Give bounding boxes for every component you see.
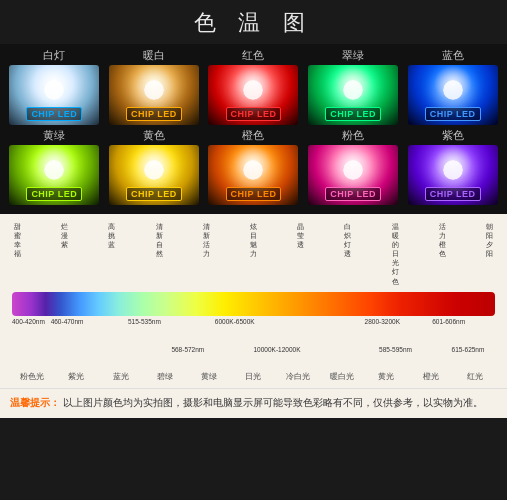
- led-image-red: CHIP LED: [208, 65, 298, 125]
- led-image-warm: CHIP LED: [109, 65, 199, 125]
- led-image-yg: CHIP LED: [9, 145, 99, 205]
- led-image-orange: CHIP LED: [208, 145, 298, 205]
- led-image-yellow: CHIP LED: [109, 145, 199, 205]
- led-image-pink: CHIP LED: [308, 145, 398, 205]
- led-label-warm: 暖白: [143, 48, 165, 63]
- led-cell-pink: 粉色 CHIP LED: [305, 128, 402, 205]
- nm-label-568: 568-572nm: [171, 346, 204, 353]
- led-grid: 白灯 CHIP LED 暖白 CHIP LED 红色 CHIP LED 翠绿: [0, 44, 507, 214]
- bottom-label-warm-white: 暖白光: [320, 371, 364, 382]
- nm-label-400: 400-420nm: [12, 318, 45, 325]
- temp-bar-gradient: [12, 292, 495, 316]
- bottom-label-blue: 蓝光: [99, 371, 143, 382]
- chip-badge-pink: CHIP LED: [325, 187, 381, 201]
- warning-text: 以上图片颜色均为实拍图，摄影和电脑显示屏可能导致色彩略有不同，仅供参考，以实物为…: [63, 397, 483, 408]
- bottom-label-pink-light: 粉色光: [10, 371, 54, 382]
- led-image-green: CHIP LED: [308, 65, 398, 125]
- led-row-2: 黄绿 CHIP LED 黄色 CHIP LED 橙色 CHIP LED 粉色: [6, 128, 501, 205]
- bottom-label-daylight: 日光: [231, 371, 275, 382]
- chart-bottom-labels: 粉色光 紫光 蓝光 碧绿 黄绿 日光 冷白光 暖白光 黄光 橙光 红光: [8, 368, 499, 384]
- led-cell-yellow: 黄色 CHIP LED: [106, 128, 203, 205]
- led-label-blue: 蓝色: [442, 48, 464, 63]
- nm-labels-row1: 400-420nm 460-470nm 515-535nm 6000K-6500…: [12, 318, 495, 346]
- led-label-green: 翠绿: [342, 48, 364, 63]
- chart-toplabel-3: 高挑蓝: [108, 222, 115, 286]
- nm-label-515: 515-535nm: [128, 318, 161, 325]
- chart-toplabel-1: 甜蜜幸福: [14, 222, 21, 286]
- chip-badge-green: CHIP LED: [325, 107, 381, 121]
- chart-toplabel-5: 清新活力: [203, 222, 210, 286]
- title-section: 色 温 图: [0, 0, 507, 44]
- nm-label-585: 585-595nm: [379, 346, 412, 353]
- led-cell-red: 红色 CHIP LED: [205, 48, 302, 125]
- led-cell-yg: 黄绿 CHIP LED: [6, 128, 103, 205]
- chip-badge-white: CHIP LED: [26, 107, 82, 121]
- warning-section: 温馨提示： 以上图片颜色均为实拍图，摄影和电脑显示屏可能导致色彩略有不同，仅供参…: [0, 388, 507, 418]
- chip-badge-red: CHIP LED: [226, 107, 282, 121]
- chip-badge-blue: CHIP LED: [425, 107, 481, 121]
- bottom-label-red: 红光: [453, 371, 497, 382]
- nm-label-10000k: 10000K-12000K: [254, 346, 301, 353]
- bottom-label-cool-white: 冷白光: [276, 371, 320, 382]
- led-image-purple: CHIP LED: [408, 145, 498, 205]
- chart-toplabel-2: 烂漫紫: [61, 222, 68, 286]
- led-label-yg: 黄绿: [43, 128, 65, 143]
- warning-title: 温馨提示：: [10, 397, 60, 408]
- nm-label-615: 615-625nm: [452, 346, 485, 353]
- chart-toplabel-9: 温暖的日光灯色: [392, 222, 399, 286]
- chart-toplabel-8: 白炽灯透: [344, 222, 351, 286]
- nm-label-460: 460-470nm: [51, 318, 84, 325]
- chip-badge-orange: CHIP LED: [226, 187, 282, 201]
- bottom-label-cyan: 碧绿: [143, 371, 187, 382]
- nm-labels-row2: 568-572nm 10000K-12000K 585-595nm 615-62…: [12, 346, 495, 368]
- led-image-blue: CHIP LED: [408, 65, 498, 125]
- led-cell-blue: 蓝色 CHIP LED: [404, 48, 501, 125]
- chart-toplabel-11: 朝阳夕阳: [486, 222, 493, 286]
- chip-badge-purple: CHIP LED: [425, 187, 481, 201]
- chip-badge-warm: CHIP LED: [126, 107, 182, 121]
- led-image-white: CHIP LED: [9, 65, 99, 125]
- chip-badge-yellow: CHIP LED: [126, 187, 182, 201]
- led-cell-warm: 暖白 CHIP LED: [106, 48, 203, 125]
- bottom-label-yellow-green: 黄绿: [187, 371, 231, 382]
- chart-toplabel-7: 晶莹透: [297, 222, 304, 286]
- led-row-1: 白灯 CHIP LED 暖白 CHIP LED 红色 CHIP LED 翠绿: [6, 48, 501, 125]
- temp-bar: [12, 292, 495, 316]
- led-cell-purple: 紫色 CHIP LED: [404, 128, 501, 205]
- page: 色 温 图 白灯 CHIP LED 暖白 CHIP LED 红色 CHIP LE…: [0, 0, 507, 418]
- led-label-pink: 粉色: [342, 128, 364, 143]
- nm-label-601: 601-606nm: [432, 318, 465, 325]
- nm-label-2800k: 2800-3200K: [365, 318, 400, 325]
- led-label-orange: 橙色: [242, 128, 264, 143]
- chart-toplabel-4: 清新自然: [156, 222, 163, 286]
- led-label-yellow: 黄色: [143, 128, 165, 143]
- chip-badge-yg: CHIP LED: [26, 187, 82, 201]
- led-cell-green: 翠绿 CHIP LED: [305, 48, 402, 125]
- led-cell-white: 白灯 CHIP LED: [6, 48, 103, 125]
- nm-label-6000k: 6000K-6500K: [215, 318, 255, 325]
- chart-toplabel-10: 活力橙色: [439, 222, 446, 286]
- chart-toplabel-6: 炫目魅力: [250, 222, 257, 286]
- led-label-white: 白灯: [43, 48, 65, 63]
- led-cell-orange: 橙色 CHIP LED: [205, 128, 302, 205]
- led-label-purple: 紫色: [442, 128, 464, 143]
- bottom-label-orange: 橙光: [408, 371, 452, 382]
- chart-section: 甜蜜幸福 烂漫紫 高挑蓝 清新自然 清新活力 炫目魅力 晶莹透 白炽灯透 温暖的…: [0, 214, 507, 388]
- led-label-red: 红色: [242, 48, 264, 63]
- bottom-label-purple: 紫光: [54, 371, 98, 382]
- bottom-label-yellow: 黄光: [364, 371, 408, 382]
- page-title: 色 温 图: [0, 8, 507, 38]
